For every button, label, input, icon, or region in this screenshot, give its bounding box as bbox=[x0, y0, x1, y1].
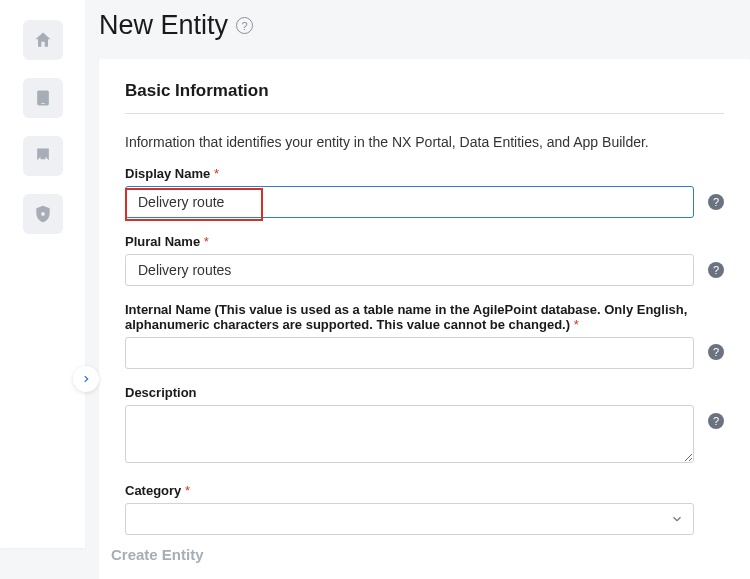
plural-name-help-icon[interactable]: ? bbox=[708, 262, 724, 278]
category-field: Category * bbox=[125, 483, 724, 535]
plural-name-input[interactable] bbox=[125, 254, 694, 286]
required-marker: * bbox=[210, 166, 219, 181]
category-select-wrap bbox=[125, 503, 694, 535]
shield-lock-icon bbox=[33, 204, 53, 224]
nav-home[interactable] bbox=[23, 20, 63, 60]
internal-name-help-icon[interactable]: ? bbox=[708, 344, 724, 360]
description-input[interactable] bbox=[125, 405, 694, 463]
tablet-icon bbox=[33, 88, 53, 108]
page-help-icon[interactable]: ? bbox=[236, 17, 253, 34]
page-title: New Entity bbox=[99, 10, 228, 41]
page-title-row: New Entity ? bbox=[99, 0, 750, 59]
basic-info-card: Basic Information Information that ident… bbox=[99, 59, 750, 579]
nav-tablet[interactable] bbox=[23, 78, 63, 118]
internal-name-input[interactable] bbox=[125, 337, 694, 369]
description-label: Description bbox=[125, 385, 694, 400]
plural-name-field: Plural Name * ? bbox=[125, 234, 724, 286]
display-name-field: Display Name * ? bbox=[125, 166, 724, 218]
display-name-help-icon[interactable]: ? bbox=[708, 194, 724, 210]
category-select[interactable] bbox=[125, 503, 694, 535]
internal-name-field: Internal Name (This value is used as a t… bbox=[125, 302, 724, 369]
section-title: Basic Information bbox=[125, 81, 724, 101]
display-name-input[interactable] bbox=[125, 186, 694, 218]
nav-download[interactable] bbox=[23, 136, 63, 176]
sidebar bbox=[0, 0, 85, 548]
nav-security[interactable] bbox=[23, 194, 63, 234]
plural-name-label: Plural Name * bbox=[125, 234, 694, 249]
svg-rect-1 bbox=[41, 103, 44, 104]
required-marker: * bbox=[570, 317, 579, 332]
create-entity-button[interactable]: Create Entity bbox=[111, 546, 204, 563]
svg-rect-2 bbox=[41, 212, 44, 215]
section-divider bbox=[125, 113, 724, 114]
internal-name-label: Internal Name (This value is used as a t… bbox=[125, 302, 694, 332]
download-icon bbox=[33, 146, 53, 166]
description-field: Description ? bbox=[125, 385, 724, 467]
required-marker: * bbox=[181, 483, 190, 498]
sidebar-expand-toggle[interactable] bbox=[73, 366, 99, 392]
home-icon bbox=[33, 30, 53, 50]
category-label: Category * bbox=[125, 483, 694, 498]
description-help-icon[interactable]: ? bbox=[708, 413, 724, 429]
chevron-right-icon bbox=[81, 374, 91, 384]
required-marker: * bbox=[200, 234, 209, 249]
main-content: New Entity ? Basic Information Informati… bbox=[99, 0, 750, 579]
section-description: Information that identifies your entity … bbox=[125, 134, 724, 150]
display-name-label: Display Name * bbox=[125, 166, 694, 181]
